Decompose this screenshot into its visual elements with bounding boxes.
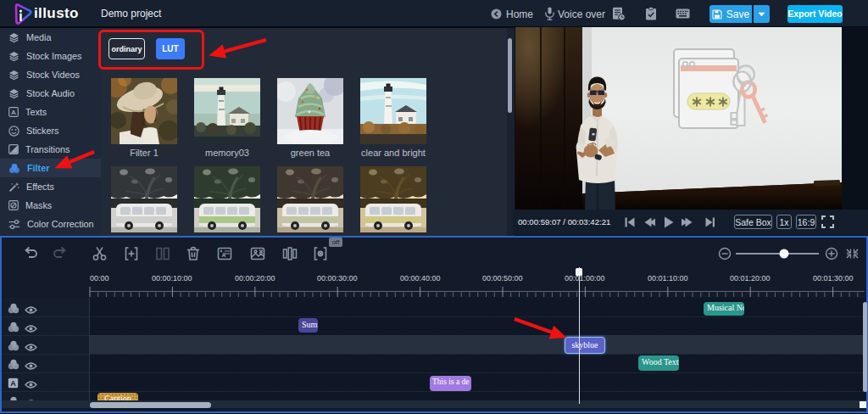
svg-text:A: A: [10, 379, 16, 388]
